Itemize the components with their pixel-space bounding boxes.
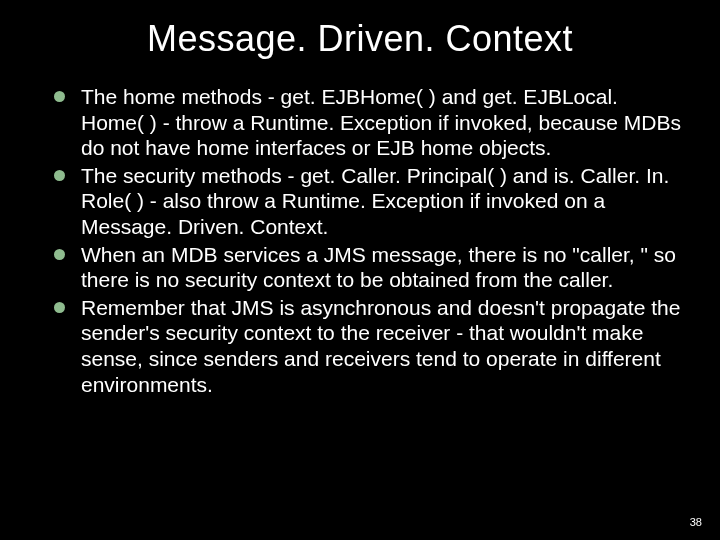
bullet-icon: [54, 302, 65, 313]
bullet-icon: [54, 91, 65, 102]
slide-title: Message. Driven. Context: [36, 18, 684, 60]
list-item: The security methods - get. Caller. Prin…: [54, 163, 684, 240]
bullet-text: The home methods - get. EJBHome( ) and g…: [81, 84, 684, 161]
slide-content: The home methods - get. EJBHome( ) and g…: [36, 84, 684, 397]
slide: Message. Driven. Context The home method…: [0, 0, 720, 540]
bullet-text: The security methods - get. Caller. Prin…: [81, 163, 684, 240]
bullet-text: Remember that JMS is asynchronous and do…: [81, 295, 684, 397]
page-number: 38: [690, 516, 702, 528]
bullet-icon: [54, 249, 65, 260]
list-item: Remember that JMS is asynchronous and do…: [54, 295, 684, 397]
list-item: When an MDB services a JMS message, ther…: [54, 242, 684, 293]
list-item: The home methods - get. EJBHome( ) and g…: [54, 84, 684, 161]
bullet-text: When an MDB services a JMS message, ther…: [81, 242, 684, 293]
bullet-icon: [54, 170, 65, 181]
